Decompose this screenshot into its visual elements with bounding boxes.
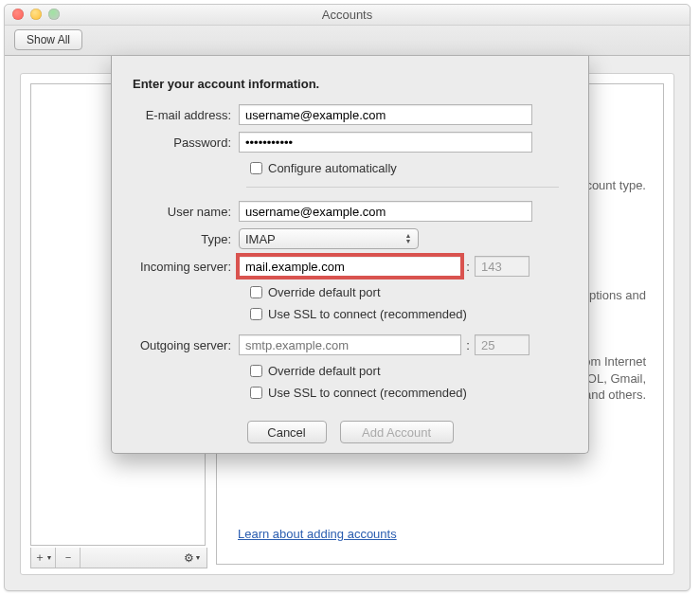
configure-auto-label: Configure automatically [268,161,397,175]
actions-button[interactable]: ⚙▼ [178,548,206,568]
configure-auto-checkbox[interactable] [250,162,262,174]
accounts-list-footer: ＋▼ － ⚙▼ [30,548,207,568]
remove-account-button[interactable]: － [56,548,81,568]
outgoing-override-port-label: Override default port [268,364,381,378]
outgoing-ssl-checkbox[interactable] [250,387,262,399]
label-email: E-mail address: [133,108,239,122]
outgoing-ssl-label: Use SSL to connect (recommended) [268,386,467,400]
titlebar: Accounts [5,5,690,26]
account-setup-sheet: Enter your account information. E-mail a… [111,56,589,454]
window-controls [12,9,60,20]
password-field[interactable] [239,132,532,153]
add-account-button[interactable]: Add Account [340,421,454,443]
incoming-server-field[interactable] [239,256,461,277]
label-type: Type: [133,232,239,246]
divider [246,187,559,188]
username-field[interactable] [239,201,532,222]
background-hint: options and [583,288,646,302]
email-field[interactable] [239,104,532,125]
sheet-heading: Enter your account information. [133,77,567,91]
accounts-window: Accounts Show All ＋▼ － ⚙▼ select an acco… [4,4,691,591]
type-select[interactable]: IMAP ▲▼ [239,228,419,249]
incoming-port-field [475,256,529,277]
incoming-ssl-checkbox[interactable] [250,308,262,320]
incoming-ssl-label: Use SSL to connect (recommended) [268,307,467,321]
outgoing-override-port-checkbox[interactable] [250,365,262,377]
incoming-override-port-checkbox[interactable] [250,286,262,298]
zoom-icon[interactable] [48,9,60,20]
incoming-override-port-label: Override default port [268,285,381,299]
port-separator: : [461,260,475,274]
cancel-button[interactable]: Cancel [247,421,327,443]
close-icon[interactable] [12,9,24,20]
label-incoming: Incoming server: [133,260,239,274]
label-username: User name: [133,205,239,219]
toolbar: Show All [5,26,690,56]
window-title: Accounts [322,8,372,22]
outgoing-server-field[interactable] [239,334,461,355]
port-separator: : [461,338,475,352]
outgoing-port-field [475,334,529,355]
label-password: Password: [133,135,239,150]
chevron-updown-icon: ▲▼ [402,231,415,246]
add-account-button[interactable]: ＋▼ [31,548,56,568]
show-all-button[interactable]: Show All [14,29,82,50]
label-outgoing: Outgoing server: [133,338,239,352]
learn-link[interactable]: Learn about adding accounts [238,526,397,543]
type-value: IMAP [245,232,276,246]
minimize-icon[interactable] [30,9,42,20]
